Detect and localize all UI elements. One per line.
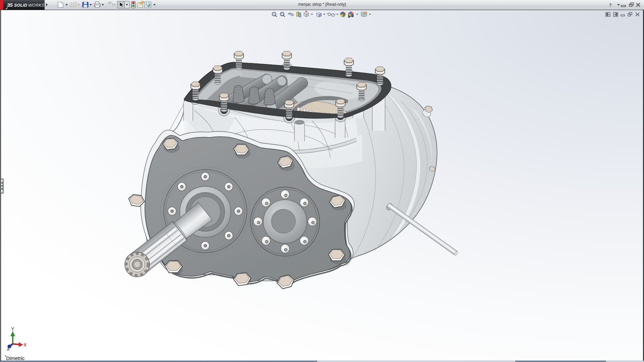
svg-text:?: ? [609,2,612,8]
